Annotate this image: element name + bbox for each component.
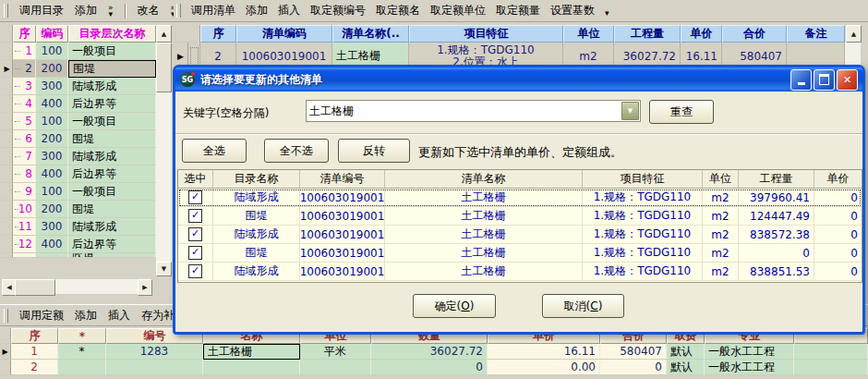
toolbar-overflow-icon[interactable]: » ▾ bbox=[108, 5, 114, 18]
candidate-row[interactable]: ✓ 陆域形成 100603019001 土工格栅 1.规格：TGDG110 m2… bbox=[178, 189, 862, 207]
col-header-unit[interactable]: 单位 bbox=[563, 25, 614, 43]
catalog-row[interactable]: 3 300 陆域形成 bbox=[2, 78, 172, 95]
seq-cell: 1 bbox=[13, 43, 36, 60]
col-header-dir[interactable]: 目录名称 bbox=[213, 170, 300, 189]
toolbar-grip[interactable] bbox=[176, 4, 181, 18]
checkbox[interactable]: ✓ bbox=[188, 209, 202, 223]
ok-button[interactable]: 确定(O) bbox=[413, 294, 496, 318]
extra-cell bbox=[794, 360, 868, 375]
maximize-button[interactable] bbox=[814, 69, 835, 91]
catalog-row[interactable]: 12 400 后边界等 bbox=[2, 236, 172, 253]
keyword-combobox[interactable]: 土工格栅 ▼ bbox=[306, 100, 641, 122]
catalog-row[interactable]: 1 100 一般项目 bbox=[2, 43, 172, 60]
menu-call-catalog[interactable]: 调用目录 bbox=[19, 3, 64, 18]
candidate-row[interactable]: ✓ 围堤 100603019001 土工格栅 1.规格：TGDG110 m2 1… bbox=[178, 207, 862, 226]
catalog-row[interactable]: 8 400 后边界等 bbox=[2, 165, 172, 183]
keyword-value[interactable]: 土工格栅 bbox=[307, 104, 621, 119]
menu-call-list[interactable]: 调用清单 bbox=[191, 3, 235, 18]
vscroll-thumb[interactable] bbox=[156, 43, 172, 92]
col-header-list-name[interactable]: 清单名称(.. bbox=[332, 25, 409, 43]
code-cell: 100 bbox=[36, 43, 68, 60]
minimize-button[interactable] bbox=[790, 69, 812, 91]
col-header-price[interactable]: 单价 bbox=[681, 25, 722, 43]
toolbar-separator bbox=[125, 4, 127, 18]
checkbox[interactable]: ✓ bbox=[188, 190, 202, 204]
col-header-code[interactable]: 编码 bbox=[36, 25, 68, 43]
menu-add[interactable]: 添加 bbox=[246, 3, 268, 18]
col-header-seq[interactable]: 序 bbox=[11, 328, 58, 344]
quota-row[interactable]: 2 0 0.00 0 默认 一般水工工程 bbox=[0, 360, 868, 375]
select-all-button[interactable]: 全选 bbox=[182, 139, 247, 163]
menu-get-quota-name[interactable]: 取定额名 bbox=[376, 3, 420, 18]
catalog-vscrollbar[interactable] bbox=[156, 43, 172, 262]
col-header-price[interactable]: 单价 bbox=[814, 170, 862, 189]
row-marker-icon bbox=[2, 218, 13, 236]
catalog-row[interactable]: 9 100 一般项目 bbox=[2, 183, 172, 201]
invert-button[interactable]: 反转 bbox=[338, 139, 410, 163]
col-header-list-name[interactable]: 清单名称 bbox=[385, 170, 583, 189]
candidate-row[interactable]: ✓ 陆域形成 100603019001 土工格栅 1.规格：TGDG110 m2… bbox=[178, 263, 862, 281]
menu-call-quota[interactable]: 调用定额 bbox=[19, 308, 64, 324]
drop-arrow-icon[interactable]: ▾ bbox=[605, 8, 609, 18]
candidate-row[interactable]: ✓ 陆域形成 100603019001 土工格栅 1.规格：TGDG110 m2… bbox=[178, 226, 862, 244]
catalog-row[interactable]: 11 300 陆域形成 bbox=[2, 218, 172, 236]
catalog-row[interactable]: 7 300 陆域形成 bbox=[2, 148, 172, 165]
menu-insert[interactable]: 插入 bbox=[278, 3, 300, 18]
catalog-partial-row[interactable]: 吹填 bbox=[2, 253, 172, 258]
dialog-titlebar[interactable]: SG 请选择要更新的其他清单 ✕ bbox=[175, 67, 862, 92]
seq-cell: 9 bbox=[13, 183, 36, 201]
combo-dropdown-icon[interactable]: ▼ bbox=[621, 102, 639, 120]
catalog-row[interactable]: ▶ 2 200 围堤 bbox=[2, 60, 172, 78]
requery-button[interactable]: 重查 bbox=[649, 100, 714, 124]
candidate-row[interactable]: ✓ 围堤 100603019001 土工格栅 1.规格：TGDG110 m2 0… bbox=[178, 244, 862, 263]
catalog-row[interactable]: 10 200 围堤 bbox=[2, 201, 172, 218]
menu-rename[interactable]: 改名 bbox=[138, 3, 160, 18]
toolbar-catalog: 调用目录 添加 » ▾ 改名 » ▾ bbox=[0, 0, 174, 22]
catalog-row[interactable]: 5 100 一般项目 bbox=[2, 113, 172, 130]
menu-get-quota-number[interactable]: 取定额编号 bbox=[310, 3, 366, 18]
close-button[interactable]: ✕ bbox=[837, 69, 858, 91]
col-header-total[interactable]: 合价 bbox=[722, 25, 787, 43]
col-header-unit[interactable]: 单位 bbox=[703, 170, 739, 189]
select-none-button[interactable]: 全不选 bbox=[264, 139, 329, 163]
col-header-qty[interactable]: 工程量 bbox=[614, 25, 681, 43]
checkbox[interactable]: ✓ bbox=[188, 227, 202, 241]
catalog-row[interactable]: 6 200 围堤 bbox=[2, 130, 172, 148]
col-header-checked[interactable]: 选中 bbox=[178, 170, 213, 189]
scroll-down-icon[interactable]: ▼ bbox=[156, 262, 172, 276]
menu-set-base[interactable]: 设置基数 bbox=[550, 3, 595, 18]
total-cell: 0 bbox=[600, 360, 667, 375]
scroll-up-icon[interactable]: ▲ bbox=[846, 25, 862, 43]
col-header-feature[interactable]: 项目特征 bbox=[583, 170, 703, 189]
scroll-up-icon[interactable]: ▲ bbox=[156, 25, 172, 43]
menu-insert-quota[interactable]: 插入 bbox=[108, 308, 130, 324]
col-header-star[interactable]: * bbox=[58, 328, 106, 344]
toolbar-grip[interactable] bbox=[4, 309, 8, 323]
hscroll-thumb[interactable] bbox=[15, 279, 55, 296]
col-header-seq[interactable]: 序 bbox=[13, 25, 36, 43]
col-header-seq[interactable]: 序 bbox=[200, 25, 236, 43]
catalog-row[interactable]: 4 400 后边界等 bbox=[2, 95, 172, 113]
name-cell: 一般项目 bbox=[68, 43, 156, 60]
cancel-button[interactable]: 取消(C) bbox=[542, 294, 624, 318]
menu-add-catalog[interactable]: 添加 bbox=[75, 3, 97, 18]
checkbox[interactable]: ✓ bbox=[188, 264, 202, 278]
menu-get-quota-unit[interactable]: 取定额单位 bbox=[430, 3, 486, 18]
row-marker-icon bbox=[2, 201, 13, 218]
scroll-right-icon[interactable]: ▶ bbox=[138, 279, 152, 296]
menu-get-quota-qty[interactable]: 取定额量 bbox=[496, 3, 540, 18]
col-header-list-code[interactable]: 清单编码 bbox=[236, 25, 332, 43]
menu-add-quota[interactable]: 添加 bbox=[75, 308, 97, 324]
update-candidates-table: 选中 目录名称 清单编号 清单名称 项目特征 单位 工程量 单价 ✓ 陆域形成 … bbox=[177, 169, 862, 283]
tree-dash-icon bbox=[15, 51, 20, 52]
quota-row[interactable]: ▶ 1 * 1283 土工格栅 平米 36027.72 16.11 580407… bbox=[0, 344, 868, 360]
code-cell: 200 bbox=[36, 201, 68, 218]
col-header-note[interactable]: 备注 bbox=[787, 25, 845, 43]
col-header-qty[interactable]: 工程量 bbox=[739, 170, 814, 189]
catalog-hscrollbar[interactable]: ◀ ▶ bbox=[2, 279, 152, 294]
toolbar-grip[interactable] bbox=[4, 4, 8, 18]
col-header-name[interactable]: 目录层次名称 bbox=[68, 25, 156, 43]
col-header-feature[interactable]: 项目特征 bbox=[409, 25, 563, 43]
checkbox[interactable]: ✓ bbox=[188, 246, 202, 260]
col-header-list-code[interactable]: 清单编号 bbox=[300, 170, 385, 189]
